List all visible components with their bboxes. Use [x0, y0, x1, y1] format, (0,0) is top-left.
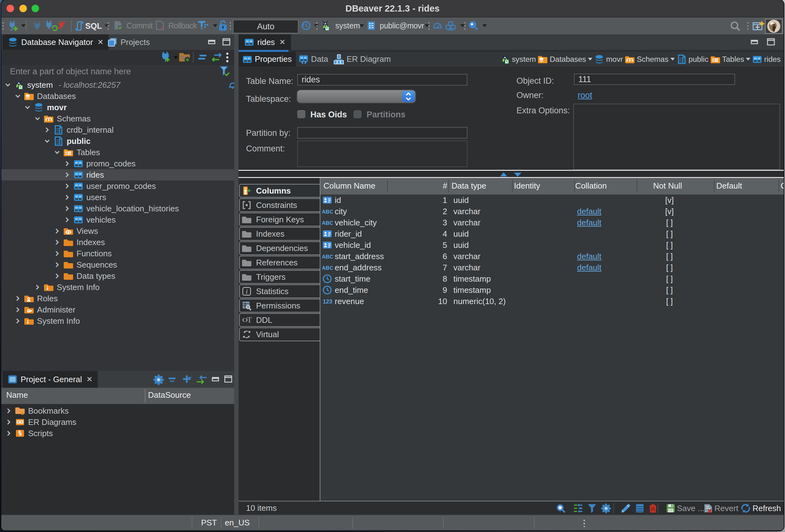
svg-text:ABC: ABC [322, 265, 333, 271]
svg-text:i: i [246, 287, 248, 295]
svg-text:ABC: ABC [322, 254, 333, 260]
svg-text:T: T [247, 315, 252, 324]
svg-text:123: 123 [323, 299, 332, 305]
svg-text:ABC: ABC [322, 209, 333, 215]
svg-text:ABC: ABC [322, 220, 333, 226]
